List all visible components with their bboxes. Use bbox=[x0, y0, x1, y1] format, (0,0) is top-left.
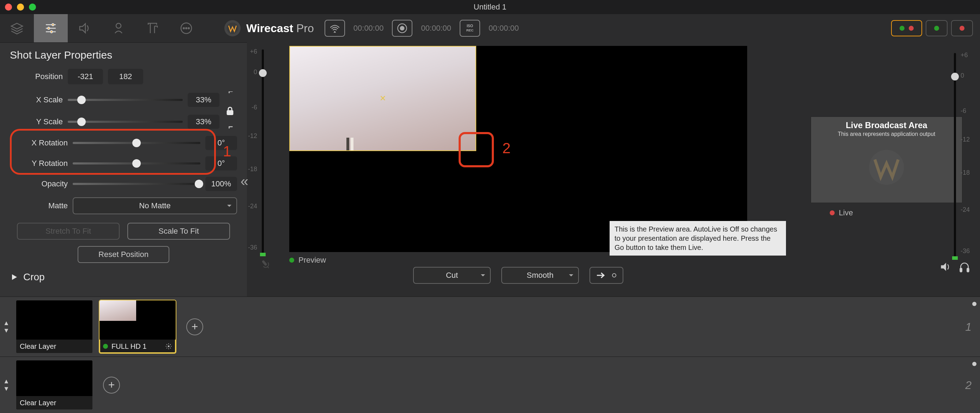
titlebar: Untitled 1 bbox=[0, 0, 980, 14]
xrot-value[interactable]: 0° bbox=[205, 136, 237, 150]
position-y-input[interactable]: 182 bbox=[108, 69, 143, 85]
yrot-label: Y Rotation bbox=[10, 159, 68, 168]
status-light-red[interactable] bbox=[951, 20, 973, 37]
xscale-label: X Scale bbox=[10, 95, 63, 104]
svg-rect-19 bbox=[227, 110, 233, 115]
yrot-value[interactable]: 0° bbox=[205, 156, 237, 171]
tab-more[interactable] bbox=[169, 14, 203, 42]
live-card-title: Live Broadcast Area bbox=[846, 120, 927, 130]
transition-smooth-select[interactable]: Smooth bbox=[501, 267, 579, 284]
position-row: Position -321 182 bbox=[10, 69, 237, 85]
main-area: Shot Layer Properties Position -321 182 … bbox=[0, 42, 980, 297]
gear-icon[interactable] bbox=[165, 343, 172, 350]
speaker-icon[interactable] bbox=[939, 260, 952, 273]
mic-icon[interactable] bbox=[257, 256, 274, 273]
top-toolbar: Wirecast Pro 00:00:00 00:00:00 ISOREC 00… bbox=[0, 14, 980, 42]
layer-visible-dot-2[interactable] bbox=[972, 362, 977, 366]
iso-timecode: 00:00:00 bbox=[488, 24, 519, 33]
stream-button[interactable] bbox=[325, 20, 345, 37]
live-broadcast-card: Live Broadcast Area This area represents… bbox=[811, 116, 963, 203]
layer-row-2: ▲▼ Clear Layer + 2 bbox=[0, 357, 980, 413]
center-marker-icon: ✕ bbox=[380, 94, 386, 103]
xscale-value[interactable]: 33% bbox=[188, 93, 220, 107]
crop-section-header[interactable]: Crop bbox=[10, 271, 237, 283]
xscale-slider[interactable] bbox=[68, 96, 183, 104]
collapse-panel-icon[interactable]: « bbox=[240, 173, 248, 189]
brand-text: Wirecast Pro bbox=[246, 22, 314, 35]
preview-canvas[interactable]: ✕ 2 This is the Preview area. AutoLive i… bbox=[289, 46, 747, 252]
svg-marker-20 bbox=[12, 274, 17, 280]
svg-point-11 bbox=[186, 27, 187, 29]
record-timecode: 00:00:00 bbox=[421, 24, 451, 33]
tab-audio[interactable] bbox=[68, 14, 102, 42]
layer-reorder-2[interactable]: ▲▼ bbox=[0, 357, 13, 413]
annotation-box-2 bbox=[458, 132, 494, 167]
add-shot-button-1[interactable]: + bbox=[186, 318, 203, 335]
svg-text:ISO: ISO bbox=[467, 24, 473, 28]
inspector-tabs bbox=[0, 14, 203, 42]
preview-audio-meter: +6 0 -6 -12 -18 -24 -36 bbox=[254, 46, 282, 297]
xrot-slider[interactable] bbox=[73, 139, 200, 147]
status-light-green[interactable] bbox=[926, 20, 948, 37]
lock-icon bbox=[225, 105, 235, 116]
yscale-label: Y Scale bbox=[10, 117, 63, 126]
transition-row: Cut Smooth bbox=[289, 265, 747, 286]
shot-clear-layer-2[interactable]: Clear Layer bbox=[16, 360, 92, 410]
svg-point-13 bbox=[227, 22, 238, 34]
svg-marker-7 bbox=[80, 24, 85, 33]
svg-point-16 bbox=[400, 27, 404, 30]
preview-fader[interactable] bbox=[259, 69, 267, 77]
layer-visible-dot-1[interactable] bbox=[972, 302, 977, 306]
svg-marker-25 bbox=[941, 263, 946, 271]
close-window[interactable] bbox=[5, 3, 12, 11]
iso-record-button[interactable]: ISOREC bbox=[460, 20, 480, 37]
shot-fullhd1[interactable]: FULL HD 1 bbox=[99, 300, 176, 353]
live-fader[interactable] bbox=[951, 73, 959, 80]
yscale-value[interactable]: 33% bbox=[188, 115, 220, 129]
add-shot-button-2[interactable]: + bbox=[103, 376, 120, 394]
svg-rect-27 bbox=[967, 268, 969, 272]
layer-number-1: 1 bbox=[965, 320, 972, 333]
yrot-slider[interactable] bbox=[73, 159, 200, 167]
record-button[interactable] bbox=[392, 20, 412, 37]
tab-properties[interactable] bbox=[34, 14, 68, 42]
tab-layers[interactable] bbox=[0, 14, 34, 42]
shot-clear-layer-1[interactable]: Clear Layer bbox=[16, 300, 92, 353]
zoom-window[interactable] bbox=[29, 3, 36, 11]
go-button[interactable] bbox=[589, 267, 624, 284]
svg-text:REC: REC bbox=[466, 28, 474, 32]
minimize-window[interactable] bbox=[17, 3, 24, 11]
window-title: Untitled 1 bbox=[474, 2, 507, 12]
matte-select[interactable]: No Matte bbox=[73, 197, 237, 214]
svg-point-4 bbox=[52, 24, 54, 26]
headphones-icon[interactable] bbox=[958, 260, 971, 273]
layer-row-1: ▲▼ Clear Layer FULL HD 1 + 1 bbox=[0, 297, 980, 357]
transition-cut-select[interactable]: Cut bbox=[413, 267, 491, 284]
tab-text[interactable] bbox=[135, 14, 169, 42]
stretch-to-fit-button[interactable]: Stretch To Fit bbox=[17, 223, 119, 240]
annotation-label-2: 2 bbox=[502, 140, 511, 157]
brand: Wirecast Pro bbox=[203, 14, 325, 42]
position-x-input[interactable]: -321 bbox=[68, 69, 103, 85]
annotation-label-1: 1 bbox=[223, 143, 231, 160]
opacity-value[interactable]: 100% bbox=[205, 177, 237, 191]
yscale-slider[interactable] bbox=[68, 118, 183, 126]
opacity-slider[interactable] bbox=[73, 180, 200, 188]
output-controls: 00:00:00 00:00:00 ISOREC 00:00:00 bbox=[325, 14, 519, 42]
center-area: +6 0 -6 -12 -18 -24 -36 ✕ 2 This is the … bbox=[247, 42, 980, 297]
layer-rows: ▲▼ Clear Layer FULL HD 1 + 1 ▲▼ Clear La… bbox=[0, 297, 980, 413]
tab-chroma[interactable] bbox=[102, 14, 135, 42]
svg-point-23 bbox=[612, 274, 616, 277]
scale-to-fit-button[interactable]: Scale To Fit bbox=[127, 223, 230, 240]
disclosure-icon bbox=[10, 273, 18, 281]
stream-timecode: 00:00:00 bbox=[353, 24, 384, 33]
reset-position-button[interactable]: Reset Position bbox=[78, 246, 169, 263]
wirecast-logo-icon bbox=[224, 20, 240, 37]
layer-reorder-1[interactable]: ▲▼ bbox=[0, 297, 13, 357]
scale-lock[interactable] bbox=[223, 91, 237, 131]
source-frame[interactable]: ✕ bbox=[289, 46, 476, 151]
svg-point-10 bbox=[183, 27, 185, 29]
panel-title: Shot Layer Properties bbox=[10, 49, 237, 61]
svg-rect-21 bbox=[262, 260, 267, 266]
status-light-main[interactable] bbox=[891, 20, 922, 37]
